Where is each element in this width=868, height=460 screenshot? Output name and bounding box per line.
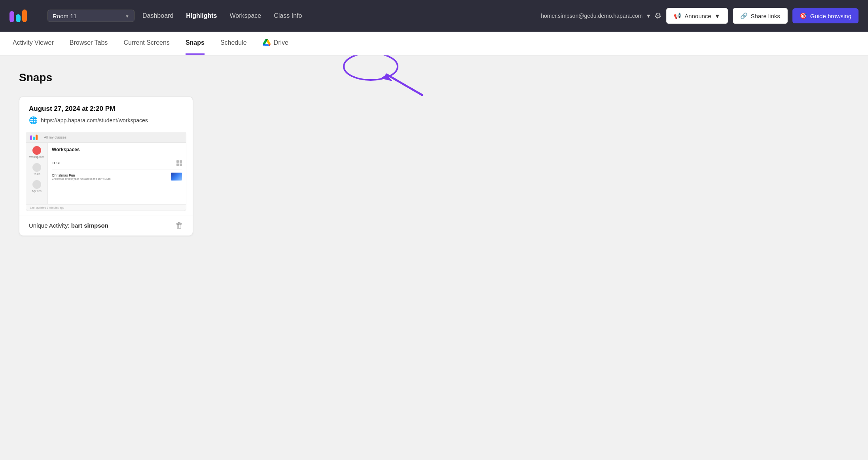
sidebar-label-workspaces: Workspaces — [29, 156, 44, 158]
guide-icon: 🎯 — [800, 12, 807, 19]
globe-icon: 🌐 — [29, 116, 38, 125]
user-area: homer.simpson@gedu.demo.hapara.com ▼ ⚙ — [541, 11, 661, 21]
workspace-item-christmas-info: Christmas Fun Christmas end of year fun … — [52, 173, 111, 180]
sidebar-label-files: My files — [32, 190, 42, 192]
screenshot-nav-text: All my classes — [44, 135, 66, 139]
sidebar-label-todo: To do — [33, 173, 40, 175]
snap-activity-name: bart simpson — [71, 222, 108, 229]
guide-browsing-button[interactable]: 🎯 Guide browsing — [792, 8, 859, 23]
chevron-down-icon: ▼ — [125, 13, 129, 18]
screenshot-header: All my classes — [26, 132, 186, 143]
nav-highlights[interactable]: Highlights — [186, 9, 217, 23]
tab-schedule-label: Schedule — [220, 39, 247, 46]
sdot-purple — [30, 135, 32, 140]
snap-card: August 27, 2024 at 2:20 PM 🌐 https://app… — [19, 97, 193, 236]
announce-button[interactable]: 📢 Announce ▼ — [666, 8, 728, 24]
nav-classinfo[interactable]: Class Info — [274, 9, 302, 23]
tab-activity-viewer[interactable]: Activity Viewer — [13, 32, 54, 55]
tab-activity-viewer-label: Activity Viewer — [13, 39, 54, 46]
workspace-item-test: TEST — [52, 157, 182, 169]
tab-browser-tabs-label: Browser Tabs — [70, 39, 108, 46]
grid-icon — [176, 160, 182, 166]
grid-cell-2 — [180, 160, 182, 163]
announce-chevron-icon: ▼ — [714, 13, 720, 19]
user-email: homer.simpson@gedu.demo.hapara.com — [541, 13, 642, 19]
screenshot-body: Workspaces To do My files Workspaces TES… — [26, 143, 186, 204]
drive-icon — [263, 39, 271, 46]
settings-icon[interactable]: ⚙ — [654, 11, 661, 21]
snap-activity-label: Unique Activity: — [29, 222, 70, 229]
screenshot-main: Workspaces TEST Christmas Fun — [48, 143, 186, 204]
announce-label: Announce — [684, 13, 711, 19]
sub-nav: Activity Viewer Browser Tabs Current Scr… — [0, 32, 868, 55]
sidebar-dot-files — [32, 180, 41, 189]
user-dropdown-chevron: ▼ — [646, 13, 651, 19]
tab-schedule[interactable]: Schedule — [220, 32, 247, 55]
page-title: Snaps — [19, 71, 849, 84]
app-logo — [9, 10, 27, 22]
logo-dots — [9, 10, 27, 22]
logo-dot-purple — [9, 11, 14, 22]
share-links-button[interactable]: 🔗 Share links — [733, 8, 788, 24]
room-selector[interactable]: Room 11 ▼ — [47, 10, 135, 22]
snap-date: August 27, 2024 at 2:20 PM — [29, 105, 183, 113]
screenshot-workspaces-title: Workspaces — [52, 147, 182, 152]
snap-url-text[interactable]: https://app.hapara.com/student/workspace… — [41, 117, 148, 124]
tab-browser-tabs[interactable]: Browser Tabs — [70, 32, 108, 55]
logo-dot-cyan — [16, 14, 21, 22]
workspace-item-christmas-name: Christmas Fun — [52, 173, 111, 177]
tab-snaps-label: Snaps — [186, 39, 205, 46]
grid-cell-1 — [176, 160, 179, 163]
nav-dashboard[interactable]: Dashboard — [142, 9, 173, 23]
room-selector-label: Room 11 — [53, 13, 77, 19]
sidebar-dot-todo — [32, 163, 41, 172]
sidebar-files: My files — [32, 180, 42, 192]
snap-url: 🌐 https://app.hapara.com/student/workspa… — [29, 116, 183, 125]
snap-card-header: August 27, 2024 at 2:20 PM 🌐 https://app… — [19, 97, 193, 128]
main-content: Snaps August 27, 2024 at 2:20 PM 🌐 https… — [0, 55, 868, 252]
main-nav: Dashboard Highlights Workspace Class Inf… — [142, 9, 302, 23]
share-icon: 🔗 — [740, 12, 748, 19]
workspace-item-christmas-sub: Christmas end of year fun across the cur… — [52, 177, 111, 180]
tab-drive-label: Drive — [274, 39, 288, 46]
workspace-item-christmas-thumb — [171, 173, 182, 181]
sdot-orange — [36, 135, 38, 140]
tab-current-screens-label: Current Screens — [123, 39, 170, 46]
tab-drive[interactable]: Drive — [263, 32, 288, 55]
sidebar-workspaces: Workspaces — [29, 146, 44, 158]
announce-icon: 📢 — [674, 12, 681, 19]
top-bar-right: homer.simpson@gedu.demo.hapara.com ▼ ⚙ 📢… — [541, 8, 859, 24]
guide-label: Guide browsing — [810, 13, 851, 19]
sdot-cyan — [33, 137, 35, 140]
top-bar: Room 11 ▼ Dashboard Highlights Workspace… — [0, 0, 868, 32]
screenshot-logo — [30, 135, 38, 140]
tab-snaps[interactable]: Snaps — [186, 32, 205, 55]
delete-snap-icon[interactable]: 🗑 — [175, 221, 183, 230]
snap-card-footer: Unique Activity: bart simpson 🗑 — [19, 215, 193, 236]
screenshot-sidebar: Workspaces To do My files — [26, 143, 48, 204]
snap-screenshot: All my classes Workspaces To do My files — [26, 132, 186, 211]
sidebar-todo: To do — [32, 163, 41, 175]
tab-current-screens[interactable]: Current Screens — [123, 32, 170, 55]
grid-cell-4 — [180, 163, 182, 166]
workspace-item-christmas: Christmas Fun Christmas end of year fun … — [52, 169, 182, 184]
logo-dot-orange — [22, 10, 27, 22]
sidebar-dot-workspaces — [32, 146, 41, 155]
screenshot-footer: Last updated 3 minutes ago — [26, 204, 186, 211]
nav-workspace[interactable]: Workspace — [230, 9, 262, 23]
workspace-item-test-name: TEST — [52, 161, 61, 165]
grid-cell-3 — [176, 163, 179, 166]
share-label: Share links — [751, 13, 780, 19]
snap-activity: Unique Activity: bart simpson — [29, 222, 108, 229]
